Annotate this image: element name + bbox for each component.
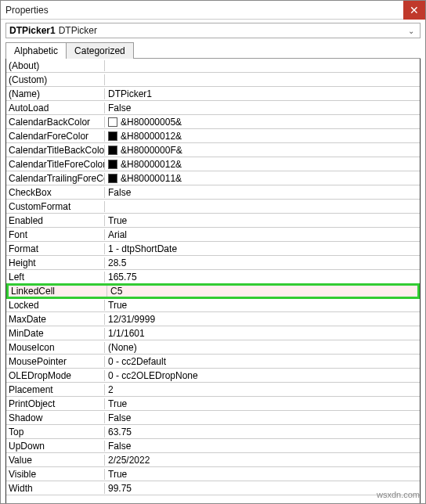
- property-row[interactable]: UpDownFalse: [6, 439, 420, 453]
- property-name: (About): [6, 60, 105, 71]
- property-value[interactable]: True: [105, 398, 420, 409]
- property-row[interactable]: PrintObjectTrue: [6, 397, 420, 411]
- property-value[interactable]: 165.75: [105, 272, 420, 283]
- property-row[interactable]: VisibleTrue: [6, 467, 420, 481]
- property-name: CalendarTitleBackColor: [6, 145, 105, 156]
- property-row[interactable]: EnabledTrue: [6, 214, 420, 228]
- property-row[interactable]: FontArial: [6, 228, 420, 242]
- property-value[interactable]: 0 - cc2Default: [105, 356, 420, 367]
- property-row[interactable]: MouseIcon(None): [6, 340, 420, 355]
- property-value[interactable]: &H80000012&: [105, 131, 420, 142]
- property-value[interactable]: &H80000005&: [105, 117, 420, 128]
- property-value[interactable]: False: [105, 187, 420, 198]
- property-row[interactable]: Value2/25/2022: [6, 453, 420, 467]
- close-button[interactable]: ✕: [403, 1, 425, 20]
- tab-categorized[interactable]: Categorized: [66, 42, 134, 59]
- property-value[interactable]: (None): [105, 342, 420, 353]
- property-value[interactable]: False: [105, 103, 420, 113]
- property-value[interactable]: True: [105, 300, 420, 311]
- property-row[interactable]: Left165.75: [6, 270, 420, 284]
- property-value[interactable]: True: [105, 469, 420, 480]
- property-value[interactable]: &H80000012&: [105, 159, 420, 170]
- property-row[interactable]: AutoLoadFalse: [6, 101, 420, 115]
- property-value-text: Arial: [108, 229, 127, 240]
- property-value[interactable]: 2: [105, 384, 420, 395]
- property-row[interactable]: MousePointer0 - cc2Default: [6, 355, 420, 369]
- color-swatch: [108, 174, 117, 183]
- color-swatch: [108, 160, 117, 169]
- color-swatch: [108, 146, 117, 155]
- property-value-text: False: [108, 187, 131, 198]
- property-grid[interactable]: (About)(Custom)(Name)DTPicker1AutoLoadFa…: [5, 59, 421, 504]
- property-value[interactable]: 1 - dtpShortDate: [105, 243, 420, 254]
- property-row[interactable]: ShadowFalse: [6, 411, 420, 425]
- property-row[interactable]: Top63.75: [6, 425, 420, 439]
- property-name: MousePointer: [6, 356, 105, 367]
- property-value-text: 1 - dtpShortDate: [108, 243, 177, 254]
- property-value[interactable]: 2/25/2022: [105, 455, 420, 466]
- property-value-text: 2: [108, 384, 114, 395]
- property-value[interactable]: True: [105, 215, 420, 226]
- property-value[interactable]: False: [105, 441, 420, 452]
- property-row[interactable]: LinkedCellC5: [6, 283, 420, 299]
- chevron-down-icon: ⌄: [404, 23, 418, 38]
- property-value[interactable]: &H80000011&: [105, 173, 420, 184]
- property-row[interactable]: CalendarTitleForeColor&H80000012&: [6, 157, 420, 171]
- property-value-text: &H80000011&: [121, 173, 182, 184]
- property-value-text: 12/31/9999: [108, 314, 155, 325]
- property-row[interactable]: CheckBoxFalse: [6, 185, 420, 200]
- property-name: MaxDate: [6, 314, 105, 325]
- property-value[interactable]: 28.5: [105, 257, 420, 268]
- property-value[interactable]: 99.75: [105, 483, 420, 494]
- property-value-text: True: [108, 469, 127, 480]
- property-row[interactable]: CalendarForeColor&H80000012&: [6, 129, 420, 143]
- property-value[interactable]: DTPicker1: [105, 88, 420, 99]
- property-row[interactable]: MinDate1/1/1601: [6, 326, 420, 340]
- property-row[interactable]: (About): [6, 59, 420, 73]
- property-row[interactable]: CustomFormat: [6, 200, 420, 214]
- property-row[interactable]: (Custom): [6, 73, 420, 87]
- window-title: Properties: [5, 5, 49, 16]
- property-value[interactable]: 63.75: [105, 427, 420, 437]
- property-name: MouseIcon: [6, 342, 105, 353]
- property-name: Visible: [6, 469, 105, 480]
- property-row[interactable]: Format1 - dtpShortDate: [6, 242, 420, 256]
- property-value-text: 2/25/2022: [108, 455, 150, 466]
- watermark: wsxdn.com: [377, 490, 420, 499]
- property-value-text: 63.75: [108, 427, 132, 437]
- property-value[interactable]: False: [105, 412, 420, 423]
- tab-alphabetic[interactable]: Alphabetic: [5, 42, 67, 59]
- property-row[interactable]: LockedTrue: [6, 298, 420, 312]
- property-value-text: 28.5: [108, 257, 126, 268]
- property-name: CalendarForeColor: [6, 131, 105, 142]
- property-value[interactable]: &H8000000F&: [105, 145, 420, 156]
- property-name: (Custom): [6, 74, 105, 85]
- property-value[interactable]: 12/31/9999: [105, 314, 420, 325]
- color-swatch: [108, 131, 117, 141]
- property-value-text: (None): [108, 342, 137, 353]
- property-row[interactable]: OLEDropMode0 - cc2OLEDropNone: [6, 369, 420, 383]
- property-value[interactable]: 1/1/1601: [105, 328, 420, 339]
- object-selector[interactable]: DTPicker1 DTPicker ⌄: [5, 23, 421, 38]
- property-value-text: 165.75: [108, 272, 137, 283]
- property-value-text: False: [108, 412, 131, 423]
- property-row[interactable]: Placement2: [6, 383, 420, 397]
- property-name: UpDown: [6, 441, 105, 452]
- property-row[interactable]: CalendarTrailingForeColor&H80000011&: [6, 171, 420, 185]
- property-value-text: &H80000012&: [121, 131, 182, 142]
- color-swatch: [108, 117, 117, 127]
- property-value[interactable]: Arial: [105, 229, 420, 240]
- property-value-text: True: [108, 215, 127, 226]
- property-value[interactable]: 0 - cc2OLEDropNone: [105, 370, 420, 381]
- property-value-text: False: [108, 441, 131, 452]
- property-name: Placement: [6, 384, 105, 395]
- property-row[interactable]: MaxDate12/31/9999: [6, 312, 420, 326]
- property-row[interactable]: Height28.5: [6, 256, 420, 270]
- property-row[interactable]: Width99.75: [6, 481, 420, 495]
- property-name: Height: [6, 257, 105, 268]
- property-row[interactable]: CalendarTitleBackColor&H8000000F&: [6, 143, 420, 157]
- property-row[interactable]: (Name)DTPicker1: [6, 87, 420, 101]
- property-row[interactable]: CalendarBackColor&H80000005&: [6, 115, 420, 129]
- property-name: Left: [6, 272, 105, 283]
- property-value[interactable]: C5: [107, 286, 417, 297]
